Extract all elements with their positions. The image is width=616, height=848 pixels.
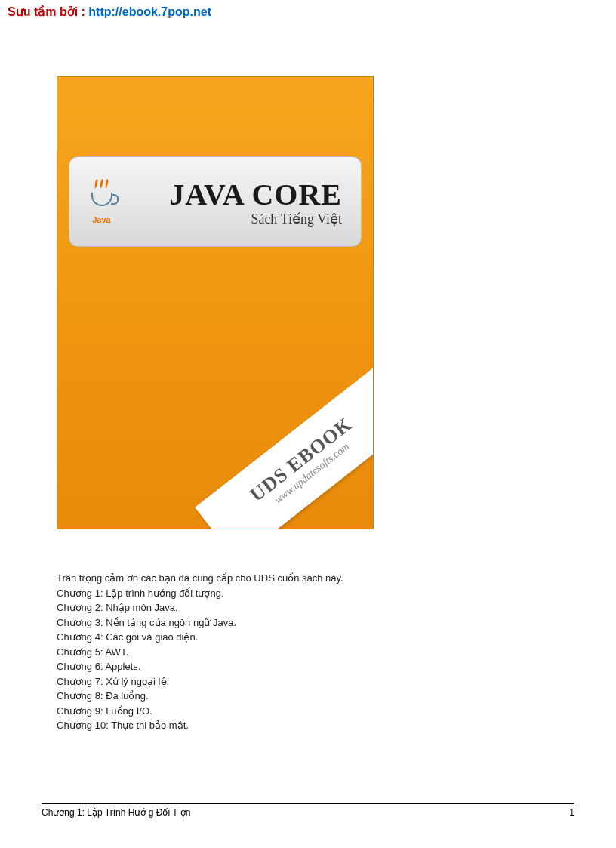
java-logo-text: Java — [92, 215, 110, 224]
attribution-label: Sưu tầm bởi : — [8, 5, 88, 18]
book-cover: Java JAVA CORE Sách Tiếng Việt UDS EBOOK… — [57, 76, 374, 529]
title-panel: Java JAVA CORE Sách Tiếng Việt — [69, 156, 362, 247]
footer-page-number: 1 — [569, 807, 574, 818]
chapter-item: Chương 5: AWT. — [57, 645, 616, 660]
ribbon-banner: UDS EBOOK www.updatesofts.com — [195, 368, 374, 529]
chapter-item: Chương 1: Lập trình hướng đối tượng. — [57, 586, 616, 601]
footer-divider — [42, 803, 574, 804]
chapter-item: Chương 6: Applets. — [57, 659, 616, 674]
footer-chapter-label: Chương 1: Lập Trình Hướ g Đối T ợn — [42, 807, 190, 818]
chapter-item: Chương 9: Luồng I/O. — [57, 704, 616, 719]
attribution-link[interactable]: http://ebook.7pop.net — [88, 5, 211, 18]
chapter-item: Chương 4: Các gói và giao diện. — [57, 630, 616, 645]
ribbon-title: UDS EBOOK — [246, 413, 357, 507]
chapter-item: Chương 8: Đa luồng. — [57, 689, 616, 704]
chapter-item: Chương 3: Nền tảng của ngôn ngữ Java. — [57, 615, 616, 631]
content-text: Trân trọng cảm ơn các bạn đã cung cấp ch… — [57, 571, 616, 733]
chapter-item: Chương 7: Xử lý ngoại lệ. — [57, 674, 616, 689]
book-subtitle: Sách Tiếng Việt — [134, 211, 342, 227]
chapter-item: Chương 10: Thực thi bảo mật. — [57, 718, 616, 733]
title-text-block: JAVA CORE Sách Tiếng Việt — [134, 177, 350, 227]
java-logo-icon: Java — [81, 171, 122, 232]
chapter-item: Chương 2: Nhập môn Java. — [57, 600, 616, 615]
header-attribution: Sưu tầm bởi : http://ebook.7pop.net — [0, 0, 616, 23]
page-footer: Chương 1: Lập Trình Hướ g Đối T ợn 1 — [42, 803, 574, 818]
intro-text: Trân trọng cảm ơn các bạn đã cung cấp ch… — [57, 571, 616, 586]
book-title: JAVA CORE — [134, 177, 342, 212]
